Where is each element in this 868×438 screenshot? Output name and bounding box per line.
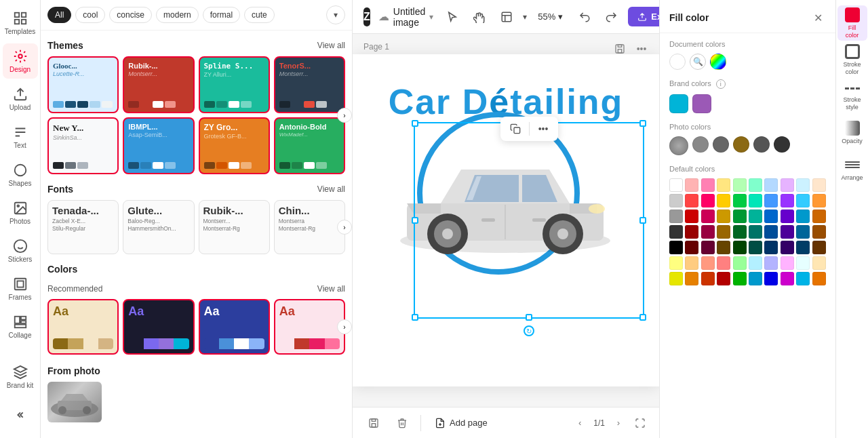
handle-tl[interactable] xyxy=(412,120,418,127)
theme-card-7[interactable]: Antonio-Bold WixMadef... xyxy=(274,117,345,174)
handle-bm[interactable] xyxy=(526,314,532,321)
next-page-btn[interactable]: › xyxy=(610,415,627,431)
def-color[interactable] xyxy=(685,256,698,270)
filter-tag-formal[interactable]: formal xyxy=(203,7,240,23)
opacity-rail-item[interactable]: Opacity xyxy=(837,115,867,151)
sidebar-item-design[interactable]: Design xyxy=(3,43,38,79)
handle-lm[interactable] xyxy=(412,217,418,224)
def-color[interactable] xyxy=(812,225,826,239)
def-color[interactable] xyxy=(749,241,762,254)
def-color[interactable] xyxy=(812,241,826,254)
photo-color-5[interactable] xyxy=(774,136,790,153)
def-color[interactable] xyxy=(701,210,715,223)
filter-tag-modern[interactable]: modern xyxy=(156,7,199,23)
hand-tool-btn[interactable] xyxy=(469,6,490,28)
prev-page-btn[interactable]: ‹ xyxy=(572,415,588,431)
def-color[interactable] xyxy=(781,210,794,223)
photo-color-0[interactable] xyxy=(669,136,688,155)
doc-title[interactable]: Untitled image xyxy=(393,6,425,28)
handle-bl[interactable] xyxy=(412,314,418,321)
def-color[interactable] xyxy=(764,225,778,239)
themes-nav-right[interactable]: › xyxy=(337,108,352,123)
def-color[interactable] xyxy=(685,210,698,223)
def-color[interactable] xyxy=(781,225,794,239)
font-card-2[interactable]: Rubik-... Montserr...Montserrat-Rg xyxy=(199,200,270,254)
theme-card-6[interactable]: ZY Gro... Grotesk GF-B... xyxy=(199,117,270,174)
def-color[interactable] xyxy=(669,178,683,192)
def-color[interactable] xyxy=(796,256,810,270)
filter-more-btn[interactable]: ▾ xyxy=(326,5,345,24)
def-color[interactable] xyxy=(781,194,794,207)
filter-tag-cute[interactable]: cute xyxy=(244,7,275,23)
fonts-nav-right[interactable]: › xyxy=(337,220,352,235)
def-color[interactable] xyxy=(733,256,747,270)
def-color[interactable] xyxy=(717,241,730,254)
def-color[interactable] xyxy=(669,272,683,285)
def-color[interactable] xyxy=(701,194,715,207)
def-color[interactable] xyxy=(749,225,762,239)
gradient-picker[interactable] xyxy=(710,54,726,70)
theme-card-5[interactable]: IBMPL... Asap-SemiB... xyxy=(123,117,194,174)
redo-btn[interactable] xyxy=(601,6,623,28)
def-color[interactable] xyxy=(733,194,747,207)
themes-view-all[interactable]: View all xyxy=(317,41,345,50)
def-color[interactable] xyxy=(669,210,683,223)
handle-tr[interactable] xyxy=(639,120,646,127)
def-color[interactable] xyxy=(685,194,698,207)
def-color[interactable] xyxy=(733,210,747,223)
photo-color-2[interactable] xyxy=(713,136,729,153)
stroke-style-rail-item[interactable]: Strokestyle xyxy=(837,79,867,114)
def-color[interactable] xyxy=(749,178,762,192)
theme-card-0[interactable]: Glooc... Lucette-R... xyxy=(47,56,119,113)
def-color[interactable] xyxy=(701,241,715,254)
def-color[interactable] xyxy=(669,256,683,270)
handle-br[interactable] xyxy=(639,314,646,321)
def-color[interactable] xyxy=(685,178,698,192)
filter-tag-cool[interactable]: cool xyxy=(75,7,105,23)
def-color[interactable] xyxy=(764,256,778,270)
def-color[interactable] xyxy=(717,178,730,192)
def-color[interactable] xyxy=(733,225,747,239)
brand-color-1[interactable] xyxy=(692,94,711,113)
rotation-handle[interactable]: ↻ xyxy=(524,325,534,336)
photo-color-4[interactable] xyxy=(753,136,770,153)
fonts-view-all[interactable]: View all xyxy=(317,184,345,194)
def-color[interactable] xyxy=(669,194,683,207)
sidebar-item-shapes[interactable]: Shapes xyxy=(3,157,38,193)
sidebar-item-upload[interactable]: Upload xyxy=(3,81,38,117)
sidebar-item-templates[interactable]: Templates xyxy=(3,5,38,41)
sidebar-item-text[interactable]: Text xyxy=(3,119,38,155)
color-palette-1[interactable]: Aa xyxy=(123,299,194,355)
def-color[interactable] xyxy=(669,225,683,239)
def-color[interactable] xyxy=(796,241,810,254)
def-color[interactable] xyxy=(701,256,715,270)
colors-nav-right[interactable]: › xyxy=(337,319,352,334)
photo-color-1[interactable] xyxy=(692,136,709,153)
color-palette-3[interactable]: Aa xyxy=(274,299,345,355)
fill-panel-close-btn[interactable]: ✕ xyxy=(810,9,826,26)
undo-btn[interactable] xyxy=(574,6,595,28)
def-color[interactable] xyxy=(812,272,826,285)
colors-view-all[interactable]: View all xyxy=(317,284,345,294)
def-color[interactable] xyxy=(812,194,826,207)
sel-copy-btn[interactable] xyxy=(506,119,525,138)
def-color[interactable] xyxy=(749,194,762,207)
sidebar-item-stickers[interactable]: Stickers xyxy=(3,233,38,268)
add-page-btn[interactable]: Add page xyxy=(429,415,493,431)
filter-tag-all[interactable]: All xyxy=(47,7,71,23)
def-color[interactable] xyxy=(717,272,730,285)
photo-color-3[interactable] xyxy=(733,136,749,153)
theme-card-3[interactable]: TenorS... Montserr... xyxy=(274,56,345,113)
def-color[interactable] xyxy=(796,210,810,223)
expand-btn[interactable] xyxy=(632,415,648,431)
sel-more-btn[interactable]: ••• xyxy=(534,119,553,138)
def-color[interactable] xyxy=(733,272,747,285)
eyedropper-tool[interactable]: 🔍 xyxy=(690,54,706,70)
def-color[interactable] xyxy=(717,210,730,223)
font-card-3[interactable]: Chin... MontserraMontserrat-Rg xyxy=(274,200,345,254)
sidebar-item-frames[interactable]: Frames xyxy=(3,271,38,306)
filter-tag-concise[interactable]: concise xyxy=(109,7,152,23)
def-color[interactable] xyxy=(764,194,778,207)
sidebar-collapse-btn[interactable] xyxy=(3,397,38,433)
font-card-0[interactable]: Tenada-... Zacbel X-E...Stilu-Regular xyxy=(47,200,119,254)
